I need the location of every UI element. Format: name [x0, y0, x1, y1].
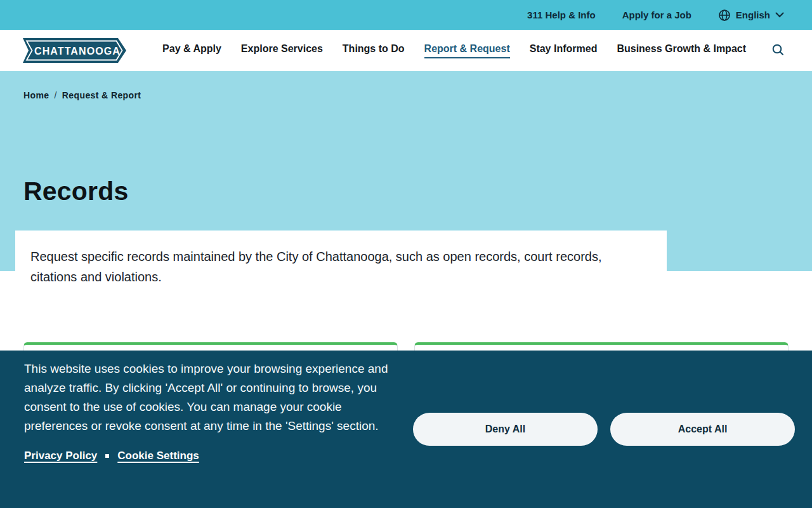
logo-text: CHATTANOOGA: [34, 46, 121, 57]
intro-text: Request specific records maintained by t…: [30, 246, 620, 287]
accept-all-button[interactable]: Accept All: [610, 413, 795, 446]
cookie-links: Privacy Policy Cookie Settings: [24, 450, 812, 462]
help-info-link[interactable]: 311 Help & Info: [527, 10, 596, 20]
globe-icon: [718, 9, 731, 22]
apply-job-link[interactable]: Apply for a Job: [622, 10, 691, 20]
nav-pay-apply[interactable]: Pay & Apply: [162, 43, 221, 58]
chattanooga-logo[interactable]: CHATTANOOGA: [23, 38, 126, 63]
main-nav: Pay & Apply Explore Services Things to D…: [162, 43, 785, 59]
square-bullet: [105, 454, 109, 458]
deny-all-button[interactable]: Deny All: [413, 413, 598, 446]
breadcrumb-separator: /: [55, 90, 57, 100]
language-selector[interactable]: English: [718, 9, 784, 22]
main-header: CHATTANOOGA Pay & Apply Explore Services…: [0, 30, 812, 71]
nav-report-request[interactable]: Report & Request: [424, 43, 510, 58]
cookie-settings-link[interactable]: Cookie Settings: [117, 450, 199, 462]
search-icon: [772, 44, 784, 56]
utility-bar: 311 Help & Info Apply for a Job English: [0, 0, 812, 30]
nav-things-to-do[interactable]: Things to Do: [343, 43, 405, 58]
breadcrumb-home-link[interactable]: Home: [23, 90, 49, 100]
intro-card: Request specific records maintained by t…: [15, 231, 667, 306]
search-button[interactable]: [771, 43, 785, 59]
nav-explore-services[interactable]: Explore Services: [241, 43, 323, 58]
chevron-down-icon: [775, 12, 784, 18]
nav-stay-informed[interactable]: Stay Informed: [530, 43, 598, 58]
language-label: English: [736, 10, 770, 20]
breadcrumb: Home / Request & Report: [23, 90, 812, 100]
cookie-consent-banner: This website uses cookies to improve you…: [0, 351, 812, 508]
page: 311 Help & Info Apply for a Job English …: [0, 0, 812, 508]
breadcrumb-current: Request & Report: [62, 90, 141, 100]
privacy-policy-link[interactable]: Privacy Policy: [24, 450, 97, 462]
cookie-message: This website uses cookies to improve you…: [24, 359, 393, 436]
nav-business-growth[interactable]: Business Growth & Impact: [617, 43, 746, 58]
page-title: Records: [23, 177, 812, 206]
